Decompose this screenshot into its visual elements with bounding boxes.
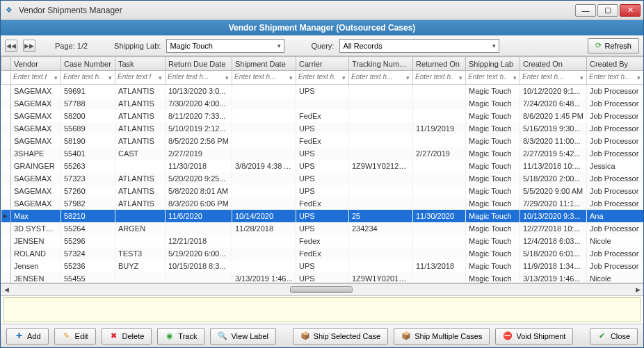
filter-icon[interactable]: ▾: [222, 72, 232, 84]
cell-lab: Magic Touch: [466, 235, 520, 247]
cell-lab: Magic Touch: [466, 147, 520, 160]
filter-icon[interactable]: ▾: [286, 72, 296, 84]
filter-icon[interactable]: ▾: [577, 72, 586, 84]
filter-created-by[interactable]: [587, 72, 632, 82]
filter-icon[interactable]: ▾: [634, 72, 643, 84]
prev-page-button[interactable]: ◀◀: [5, 40, 17, 52]
cell-created_by: Job Processor: [587, 197, 644, 210]
cell-returned: 11/13/2018: [413, 260, 466, 272]
table-row[interactable]: ROLAND57324TEST35/19/2020 6:00...FedExMa…: [1, 247, 644, 260]
table-row[interactable]: Max5821011/6/202010/14/2020UPS2511/30/20…: [1, 210, 644, 222]
view-label-button[interactable]: 🔍View Label: [210, 328, 276, 345]
track-button[interactable]: ◉Track: [157, 328, 204, 345]
cell-task: ATLANTIS: [115, 85, 166, 97]
delete-button[interactable]: ✖Delete: [102, 328, 152, 345]
cell-created_on: 8/3/2020 11:00...: [520, 135, 587, 147]
shipping-lab-select[interactable]: Magic Touch: [166, 39, 284, 53]
filter-created-on[interactable]: [520, 72, 575, 82]
table-row[interactable]: GRAINGER5526311/30/20183/8/2019 4:38 AMU…: [1, 160, 644, 172]
filter-ship[interactable]: [232, 72, 284, 82]
filter-row: ▾ ▾ ▾ ▾ ▾ ▾ ▾ ▾ ▾ ▾ ▾ ▾: [1, 71, 644, 85]
filter-case[interactable]: [61, 72, 104, 82]
void-shipment-button[interactable]: ⛔Void Shipment: [495, 328, 573, 345]
table-row[interactable]: SAGEMAX55689ATLANTIS5/10/2019 2:12...UPS…: [1, 122, 644, 135]
cell-created_on: 12/27/2018 10:...: [520, 222, 587, 235]
cell-returned: [413, 172, 466, 185]
cell-created_by: Job Processor: [587, 122, 644, 135]
table-row[interactable]: SAGEMAX57788ATLANTIS7/30/2020 4:00...Mag…: [1, 97, 644, 110]
table-row[interactable]: SAGEMAX58200ATLANTIS8/11/2020 7:33...Fed…: [1, 110, 644, 122]
scroll-thumb[interactable]: [290, 286, 353, 293]
col-task[interactable]: Task: [115, 57, 166, 71]
top-toolbar: ◀◀ ▶▶ Page: 1/2 Shipping Lab: Magic Touc…: [1, 35, 643, 56]
cell-case: 58210: [61, 210, 115, 222]
col-case-number[interactable]: Case Number: [61, 57, 115, 71]
filter-icon[interactable]: ▾: [339, 72, 348, 84]
cell-vendor: Jensen: [11, 260, 61, 272]
header-row: Vendor Case Number Task Return Due Date …: [1, 57, 644, 71]
col-created-by[interactable]: Created By: [587, 57, 644, 71]
col-carrier[interactable]: Carrier: [296, 57, 349, 71]
filter-icon[interactable]: ▾: [510, 72, 520, 84]
cell-created_on: 5/16/2019 9:30...: [520, 122, 587, 135]
refresh-button[interactable]: ⟳ Refresh: [588, 38, 639, 53]
table-row[interactable]: 3D SYSTEMS55264ARGEN11/28/2018UPS234234M…: [1, 222, 644, 235]
cell-returned: [413, 235, 466, 247]
cell-tracking: [349, 135, 413, 147]
filter-icon[interactable]: ▾: [105, 72, 115, 84]
filter-returned[interactable]: [413, 72, 454, 82]
filter-icon[interactable]: ▾: [51, 72, 61, 84]
col-created-on[interactable]: Created On: [520, 57, 587, 71]
label-icon: 🔍: [218, 331, 227, 341]
col-shipping-lab[interactable]: Shipping Lab: [466, 57, 520, 71]
cell-return: 5/20/2020 9:25...: [166, 172, 232, 185]
cell-ship: [232, 135, 296, 147]
cell-carrier: UPS: [296, 185, 349, 197]
col-shipment-date[interactable]: Shipment Date: [232, 57, 296, 71]
filter-task[interactable]: [115, 72, 154, 82]
edit-button[interactable]: ✎Edit: [54, 328, 96, 345]
cell-case: 57323: [61, 172, 115, 185]
scroll-right-icon[interactable]: ▶: [632, 284, 643, 295]
cell-created_on: 7/24/2020 6:48...: [520, 97, 587, 110]
table-row[interactable]: Jensen55236BUYZ10/15/2018 8:3...UPS11/13…: [1, 260, 644, 272]
horizontal-scrollbar[interactable]: ◀ ▶: [1, 283, 643, 296]
add-button[interactable]: ✚Add: [6, 328, 49, 345]
filter-icon[interactable]: ▾: [155, 72, 165, 84]
notes-panel[interactable]: [3, 297, 641, 322]
col-return-due[interactable]: Return Due Date: [166, 57, 232, 71]
ship-selected-button[interactable]: 📦Ship Selected Case: [293, 328, 389, 345]
table-row[interactable]: JENSEN554553/13/2019 1:46...UPS1Z9W1Y020…: [1, 272, 644, 284]
table-row[interactable]: SAGEMAX57982ATLANTIS8/3/2020 6:06 PMFedE…: [1, 197, 644, 210]
query-select[interactable]: All Records: [339, 39, 499, 53]
filter-carrier[interactable]: [296, 72, 337, 82]
cell-return: 8/11/2020 7:33...: [166, 110, 232, 122]
table-row[interactable]: 3SHAPE55401CAST2/27/2019UPS2/27/2019Magi…: [1, 147, 644, 160]
vendor-shipments-window: ❖ Vendor Shipments Manager — ▢ ✕ Vendor …: [0, 0, 644, 348]
col-tracking[interactable]: Tracking Number: [349, 57, 413, 71]
close-window-button[interactable]: ✕: [620, 4, 641, 17]
table-row[interactable]: SAGEMAX59691ATLANTIS10/13/2020 3:0...UPS…: [1, 85, 644, 97]
filter-lab[interactable]: [466, 72, 508, 82]
cell-case: 57260: [61, 185, 115, 197]
filter-tracking[interactable]: [349, 72, 401, 82]
cell-created_on: 12/4/2018 6:03...: [520, 235, 587, 247]
table-row[interactable]: SAGEMAX57323ATLANTIS5/20/2020 9:25...UPS…: [1, 172, 644, 185]
data-grid[interactable]: Vendor Case Number Task Return Due Date …: [1, 56, 643, 283]
close-button[interactable]: ✔Close: [590, 328, 638, 345]
col-vendor[interactable]: Vendor: [11, 57, 61, 71]
scroll-left-icon[interactable]: ◀: [1, 284, 12, 295]
table-row[interactable]: SAGEMAX57260ATLANTIS5/8/2020 8:01 AMUPSM…: [1, 185, 644, 197]
filter-icon[interactable]: ▾: [403, 72, 412, 84]
filter-return[interactable]: [166, 72, 220, 82]
filter-icon[interactable]: ▾: [456, 72, 465, 84]
table-row[interactable]: SAGEMAX58190ATLANTIS8/5/2020 2:56 PMFedE…: [1, 135, 644, 147]
ship-multiple-button[interactable]: 📦Ship Multiple Cases: [394, 328, 490, 345]
next-page-button[interactable]: ▶▶: [23, 40, 35, 52]
filter-vendor[interactable]: [11, 72, 49, 82]
maximize-button[interactable]: ▢: [597, 4, 618, 17]
table-row[interactable]: JENSEN5529612/21/2018FedexMagic Touch12/…: [1, 235, 644, 247]
minimize-button[interactable]: —: [575, 4, 596, 17]
cell-returned: [413, 85, 466, 97]
col-returned-on[interactable]: Returned On: [413, 57, 466, 71]
